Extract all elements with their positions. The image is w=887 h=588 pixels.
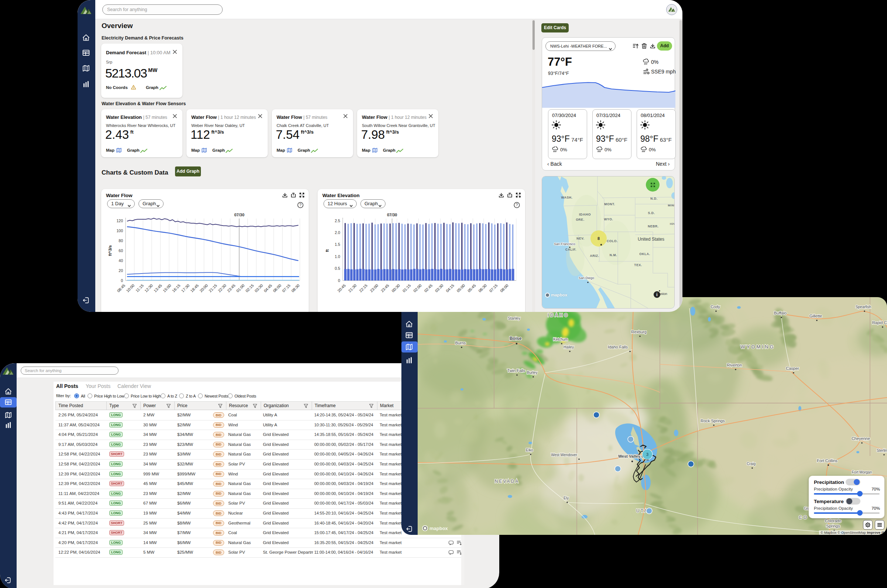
svg-text:21:30: 21:30 <box>348 283 357 293</box>
svg-text:16:15: 16:15 <box>171 283 181 293</box>
svg-text:60: 60 <box>119 248 123 253</box>
svg-text:20: 20 <box>119 268 123 273</box>
svg-text:00:30: 00:30 <box>391 283 401 293</box>
svg-text:03:30: 03:30 <box>254 283 264 293</box>
svg-text:Fort Collins: Fort Collins <box>817 459 837 463</box>
svg-text:02:00: 02:00 <box>413 283 422 293</box>
svg-text:Rock Springs: Rock Springs <box>701 418 725 423</box>
svg-text:01:15: 01:15 <box>401 283 411 293</box>
svg-text:1.0: 1.0 <box>335 254 340 259</box>
svg-text:MINN: MINN <box>668 204 675 207</box>
svg-text:20:45: 20:45 <box>336 283 347 293</box>
svg-text:1.5: 1.5 <box>335 242 340 247</box>
svg-text:03:30: 03:30 <box>434 283 444 293</box>
svg-text:05:00: 05:00 <box>456 283 466 293</box>
svg-text:WASH.: WASH. <box>561 196 573 200</box>
svg-text:IDAHO: IDAHO <box>548 313 569 318</box>
svg-text:NEV.: NEV. <box>576 237 584 240</box>
svg-text:WYOMING: WYOMING <box>741 344 775 350</box>
svg-text:Cody: Cody <box>710 304 720 309</box>
svg-text:ft: ft <box>325 249 329 252</box>
svg-text:17:30: 17:30 <box>180 283 190 293</box>
svg-text:06:30: 06:30 <box>477 283 488 293</box>
svg-text:ARIZ.: ARIZ. <box>590 254 599 258</box>
svg-text:COLO.: COLO. <box>607 239 618 243</box>
svg-text:10:00: 10:00 <box>125 283 135 293</box>
svg-text:07:15: 07:15 <box>488 283 498 293</box>
svg-text:22:30: 22:30 <box>217 283 227 293</box>
svg-text:WYO.: WYO. <box>604 218 613 221</box>
svg-text:MONT.: MONT. <box>604 202 615 206</box>
svg-text:Gillette: Gillette <box>809 314 822 318</box>
svg-text:15:00: 15:00 <box>162 283 172 293</box>
svg-text:04:15: 04:15 <box>445 283 455 293</box>
svg-text:San Francisco: San Francisco <box>554 242 575 246</box>
svg-text:Idaho Falls: Idaho Falls <box>608 345 628 349</box>
svg-text:01:00: 01:00 <box>235 283 245 293</box>
svg-text:06:00: 06:00 <box>272 283 282 293</box>
svg-text:Burley: Burley <box>527 370 537 375</box>
svg-text:mapbox: mapbox <box>429 526 448 531</box>
svg-text:CO: CO <box>799 515 808 520</box>
svg-text:21:15: 21:15 <box>208 283 218 293</box>
svg-text:120: 120 <box>116 219 123 223</box>
svg-text:13:45: 13:45 <box>153 283 163 293</box>
svg-text:IOW: IOW <box>670 222 675 225</box>
svg-text:02:15: 02:15 <box>245 283 254 293</box>
svg-text:Buffalo: Buffalo <box>774 311 786 315</box>
svg-text:23:45: 23:45 <box>380 283 390 293</box>
svg-text:Craig: Craig <box>747 462 755 466</box>
svg-text:OKLA.: OKLA. <box>639 252 650 256</box>
svg-text:Sterling: Sterling <box>876 448 887 453</box>
svg-text:Elko: Elko <box>526 448 533 452</box>
svg-text:2.0: 2.0 <box>335 230 340 235</box>
svg-text:NEBR.: NEBR. <box>648 224 659 228</box>
svg-text:22:15: 22:15 <box>358 283 368 293</box>
svg-text:23:00: 23:00 <box>369 283 379 293</box>
svg-text:07/30: 07/30 <box>234 213 245 217</box>
svg-text:Twin Falls: Twin Falls <box>507 368 525 373</box>
svg-text:San Diego: San Diego <box>579 276 594 280</box>
svg-text:Boise: Boise <box>510 336 522 341</box>
svg-text:Fort Morgan: Fort Morgan <box>852 470 872 474</box>
svg-text:20:00: 20:00 <box>199 283 209 293</box>
svg-text:18:45: 18:45 <box>189 283 200 293</box>
svg-text:04:45: 04:45 <box>263 283 273 293</box>
svg-text:Ketchum: Ketchum <box>553 338 567 341</box>
svg-text:07/30: 07/30 <box>387 213 397 217</box>
svg-text:Colorado: Colorado <box>825 519 842 523</box>
svg-text:0.5: 0.5 <box>335 266 340 270</box>
svg-text:Burns: Burns <box>455 341 466 345</box>
svg-text:3: 3 <box>646 452 648 457</box>
svg-text:NEVADA: NEVADA <box>495 479 519 484</box>
svg-text:Riverton: Riverton <box>727 363 742 367</box>
svg-text:100: 100 <box>116 228 123 233</box>
svg-text:Rexburg: Rexburg <box>631 330 647 334</box>
svg-text:N.D.: N.D. <box>650 197 657 200</box>
svg-text:West Wendover: West Wendover <box>551 453 577 457</box>
svg-text:ORE.: ORE. <box>576 218 584 222</box>
svg-text:08:00: 08:00 <box>499 283 509 293</box>
svg-text:08:45: 08:45 <box>116 283 126 293</box>
svg-text:12:30: 12:30 <box>144 283 154 293</box>
svg-text:0: 0 <box>338 278 340 283</box>
svg-text:Ely: Ely <box>563 496 569 500</box>
svg-text:Cheyenne: Cheyenne <box>851 436 870 441</box>
svg-text:Stanley: Stanley <box>508 316 520 320</box>
svg-text:40: 40 <box>119 258 123 263</box>
svg-text:80: 80 <box>119 238 123 243</box>
svg-text:Spearfish: Spearfish <box>855 305 871 309</box>
svg-text:S.D.: S.D. <box>648 211 655 215</box>
svg-text:05:45: 05:45 <box>467 283 477 293</box>
svg-text:2.5: 2.5 <box>335 219 340 223</box>
svg-text:N.M.: N.M. <box>610 253 617 257</box>
svg-text:8: 8 <box>597 236 600 241</box>
svg-text:07:15: 07:15 <box>281 283 291 293</box>
svg-text:11:15: 11:15 <box>135 283 145 293</box>
svg-text:0: 0 <box>121 278 123 283</box>
svg-text:Hailey: Hailey <box>563 345 574 349</box>
svg-text:08:30: 08:30 <box>290 283 300 293</box>
svg-text:ft^3/s: ft^3/s <box>108 245 112 256</box>
svg-text:Springs: Springs <box>826 524 840 528</box>
svg-text:Casper: Casper <box>786 366 799 370</box>
